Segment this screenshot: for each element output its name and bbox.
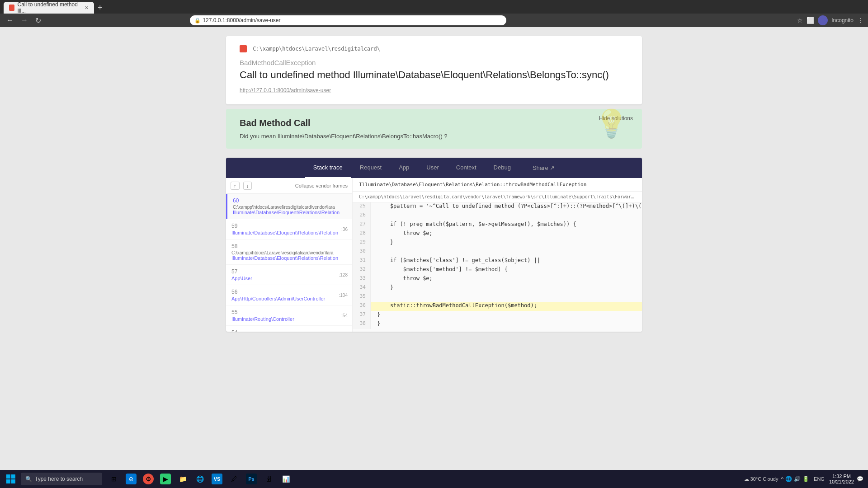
code-line: 29 }	[353, 239, 642, 248]
frame-class: Illuminate\Database\Eloquent\Relations\R…	[231, 255, 347, 261]
svg-rect-2	[6, 479, 10, 483]
incognito-label: Incognito	[831, 17, 854, 23]
date-display: 10/21/2022	[829, 479, 854, 484]
tab-request[interactable]: Request	[352, 158, 390, 178]
browser-toolbar: ← → ↻ 🔒 127.0.0.1:8000/admin/save-user ☆…	[0, 14, 868, 27]
code-line: 33 throw $e;	[353, 275, 642, 284]
taskbar-app-photoshop[interactable]: Ps	[243, 471, 259, 487]
frame-num: 58	[231, 243, 347, 249]
frame-line: :36	[341, 227, 348, 232]
chrome-icon: 🌐	[194, 474, 205, 484]
tab-close-btn[interactable]: ✕	[85, 5, 89, 11]
toolbar-right: ☆ ⬜ Incognito ⋮	[797, 15, 863, 25]
tab-label: Call to undefined method Ill...	[17, 1, 80, 14]
error-path: C:\xampp\htdocs\Laravel\resdigitalcard\	[240, 45, 628, 52]
lock-icon: 🔒	[194, 18, 201, 23]
taskbar-app-editor[interactable]: 🖊	[226, 471, 242, 487]
taskbar-app-taskview[interactable]: ⊞	[106, 471, 122, 487]
tab-favicon	[9, 5, 14, 11]
tray-battery-icon[interactable]: 🔋	[802, 476, 809, 482]
code-viewer: Illuminate\Database\Eloquent\Relations\R…	[353, 178, 642, 332]
address-bar[interactable]: 🔒 127.0.0.1:8000/admin/save-user	[190, 15, 506, 25]
frame-num: 57	[231, 268, 347, 275]
tab-app[interactable]: App	[391, 158, 417, 178]
main-container: C:\xampp\htdocs\Laravel\resdigitalcard\ …	[226, 36, 642, 332]
frame-item[interactable]: 57 App\User :128	[226, 265, 352, 285]
profile-avatar[interactable]	[818, 15, 828, 25]
extension-btn[interactable]: ⬜	[807, 17, 814, 24]
notification-icon[interactable]: 💬	[857, 476, 863, 482]
db-icon: 🗄	[263, 474, 274, 484]
frame-num: 60	[233, 197, 347, 204]
page-content: C:\xampp\htdocs\Laravel\resdigitalcard\ …	[0, 27, 868, 470]
new-tab-btn[interactable]: +	[94, 2, 106, 14]
language-badge: ENG	[812, 476, 826, 482]
app2-icon: ▶	[160, 474, 171, 484]
forward-btn[interactable]: →	[19, 15, 30, 25]
svg-rect-3	[11, 479, 15, 483]
error-url[interactable]: http://127.0.0.1:8000/admin/save-user	[240, 87, 628, 94]
svg-rect-0	[6, 474, 10, 479]
solution-bulb-icon: 💡	[594, 108, 628, 140]
frame-item[interactable]: 56 App\Http\Controllers\Admin\UserContro…	[226, 285, 352, 305]
taskbar-app-db[interactable]: 🗄	[260, 471, 277, 487]
tray-volume-icon[interactable]: 🔊	[794, 476, 801, 482]
tab-debug[interactable]: Debug	[486, 158, 519, 178]
debugger-body: ↑ ↓ Collapse vendor frames 60 C:\xampp\h…	[226, 178, 642, 332]
collapse-vendor-btn[interactable]: Collapse vendor frames	[295, 183, 348, 188]
edge-icon: e	[126, 474, 137, 484]
frame-num: 56	[231, 289, 347, 295]
error-card: C:\xampp\htdocs\Laravel\resdigitalcard\ …	[226, 36, 642, 104]
taskbar-search[interactable]: 🔍 Type here to search	[21, 473, 102, 485]
active-tab[interactable]: Call to undefined method Ill... ✕	[4, 2, 94, 14]
frame-item[interactable]: 60 C:\xampp\htdocs\Laravel\resdigitalcar…	[226, 194, 352, 219]
taskbar-app-1[interactable]: ⚙	[140, 471, 156, 487]
tab-stack-trace[interactable]: Stack trace	[305, 158, 351, 178]
taskbar-app-extra[interactable]: 📊	[278, 471, 294, 487]
laravel-logo	[240, 45, 247, 52]
taskbar-app-dev[interactable]: VS	[209, 471, 225, 487]
extra-icon: 📊	[280, 474, 291, 484]
share-btn[interactable]: Share ↗	[524, 158, 563, 178]
frame-item[interactable]: 55 Illuminate\Routing\Controller :54	[226, 305, 352, 326]
taskbar-app-edge[interactable]: e	[123, 471, 139, 487]
taskbar-apps: ⊞ e ⚙ ▶ 📁 🌐 VS 🖊 Ps 🗄 📊	[106, 471, 294, 487]
frame-item[interactable]: 58 C:\xampp\htdocs\Laravel\resdigitalcar…	[226, 239, 352, 265]
tray-network-icon[interactable]: 🌐	[785, 476, 792, 482]
code-line: 28 throw $e;	[353, 230, 642, 239]
frame-path: C:\xampp\htdocs\Laravel\resdigitalcard\v…	[233, 205, 347, 210]
tray-expand-icon[interactable]: ^	[781, 476, 783, 482]
code-line-highlighted: 36 static::throwBadMethodCallException($…	[353, 302, 642, 311]
frame-line: :104	[339, 293, 348, 298]
address-text: 127.0.0.1:8000/admin/save-user	[203, 17, 280, 23]
frame-item[interactable]: 54 Illuminate\Routing\ControllerDispatch…	[226, 326, 352, 332]
taskbar-clock[interactable]: 1:32 PM 10/21/2022	[829, 474, 854, 484]
frame-path: C:\xampp\htdocs\Laravel\resdigitalcard\v…	[231, 250, 347, 255]
bookmark-btn[interactable]: ☆	[797, 17, 803, 24]
search-icon: 🔍	[25, 476, 32, 482]
taskbar-app-2[interactable]: ▶	[157, 471, 174, 487]
frame-class: Illuminate\Database\Eloquent\Relations\R…	[231, 230, 347, 235]
sort-down-btn[interactable]: ↓	[243, 182, 252, 190]
frame-item[interactable]: 59 Illuminate\Database\Eloquent\Relation…	[226, 219, 352, 239]
dev-icon: VS	[212, 474, 222, 484]
windows-logo-icon	[6, 474, 15, 483]
error-message: Call to undefined method Illuminate\Data…	[240, 69, 628, 81]
app1-icon: ⚙	[143, 474, 154, 484]
start-btn[interactable]	[2, 471, 20, 487]
menu-btn[interactable]: ⋮	[857, 17, 863, 24]
frame-class: App\Http\Controllers\Admin\UserControlle…	[231, 296, 347, 301]
taskbar-app-chrome[interactable]: 🌐	[192, 471, 208, 487]
tab-user[interactable]: User	[418, 158, 447, 178]
solution-card: Hide solutions Bad Method Call Did you m…	[226, 109, 642, 149]
taskbar-app-file[interactable]: 📁	[175, 471, 191, 487]
reload-btn[interactable]: ↻	[33, 15, 43, 26]
code-line: 31 if ($matches['class'] != get_class($o…	[353, 257, 642, 266]
code-line: 38 }	[353, 320, 642, 329]
sort-up-btn[interactable]: ↑	[231, 182, 240, 190]
code-line: 34 }	[353, 284, 642, 293]
tab-context[interactable]: Context	[448, 158, 485, 178]
back-btn[interactable]: ←	[5, 15, 15, 25]
frame-class: Illuminate\Routing\Controller	[231, 316, 347, 322]
time-display: 1:32 PM	[829, 474, 854, 479]
